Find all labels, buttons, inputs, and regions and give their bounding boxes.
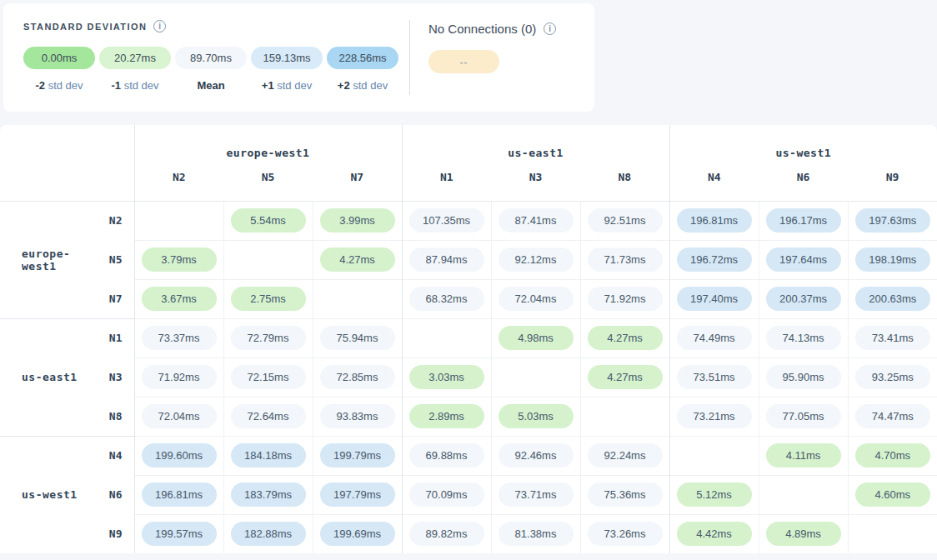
latency-pill[interactable]: 68.32ms	[409, 287, 484, 311]
latency-pill[interactable]: 200.63ms	[855, 287, 930, 311]
latency-pill[interactable]: 3.99ms	[320, 208, 395, 232]
latency-pill[interactable]: 3.67ms	[142, 287, 217, 311]
latency-cell: 197.63ms	[848, 201, 937, 240]
latency-pill[interactable]: 3.79ms	[142, 248, 217, 272]
self-cell	[580, 397, 669, 436]
latency-pill[interactable]: 93.25ms	[855, 365, 930, 389]
latency-cell: 68.32ms	[402, 279, 491, 318]
latency-pill[interactable]: 73.26ms	[588, 522, 663, 546]
latency-pill[interactable]: 196.72ms	[677, 248, 752, 272]
latency-cell: 199.69ms	[313, 514, 402, 553]
latency-cell: 4.27ms	[580, 318, 669, 358]
latency-pill[interactable]: 197.63ms	[855, 208, 930, 232]
latency-pill[interactable]: 72.15ms	[231, 365, 306, 389]
latency-cell: 92.46ms	[491, 436, 580, 475]
latency-pill[interactable]: 73.51ms	[677, 365, 752, 389]
latency-pill[interactable]: 182.88ms	[231, 522, 306, 546]
latency-pill[interactable]: 183.79ms	[231, 482, 306, 507]
latency-pill[interactable]: 73.37ms	[142, 326, 217, 350]
self-cell	[759, 475, 848, 514]
latency-pill[interactable]: 69.88ms	[409, 443, 484, 468]
latency-pill[interactable]: 199.79ms	[320, 443, 395, 468]
latency-pill[interactable]: 200.37ms	[766, 287, 841, 311]
latency-pill[interactable]: 74.47ms	[855, 404, 930, 428]
latency-pill[interactable]: 92.51ms	[588, 208, 663, 232]
latency-pill[interactable]: 73.41ms	[855, 326, 930, 350]
latency-pill[interactable]: 2.75ms	[231, 287, 306, 311]
latency-pill[interactable]: 3.03ms	[409, 365, 484, 389]
latency-pill[interactable]: 92.46ms	[499, 443, 574, 468]
latency-pill[interactable]: 75.36ms	[588, 482, 663, 507]
latency-pill[interactable]: 4.98ms	[499, 326, 574, 350]
latency-pill[interactable]: 87.94ms	[409, 248, 484, 272]
latency-pill[interactable]: 72.04ms	[499, 287, 574, 311]
latency-pill[interactable]: 4.11ms	[766, 443, 841, 468]
latency-pill[interactable]: 92.24ms	[588, 443, 663, 468]
latency-pill[interactable]: 2.89ms	[409, 404, 484, 428]
latency-pill[interactable]: 95.90ms	[766, 365, 841, 389]
latency-pill[interactable]: 197.40ms	[677, 287, 752, 311]
latency-pill[interactable]: 73.21ms	[677, 404, 752, 428]
row-node-label: N7	[83, 279, 134, 318]
latency-pill[interactable]: 92.12ms	[499, 248, 574, 272]
latency-pill[interactable]: 89.82ms	[409, 522, 484, 546]
latency-cell: 93.83ms	[313, 397, 402, 436]
legend-pill: 159.13ms	[251, 47, 323, 69]
latency-cell: 107.35ms	[402, 201, 491, 240]
latency-pill[interactable]: 72.85ms	[320, 365, 395, 389]
latency-pill[interactable]: 4.27ms	[588, 326, 663, 350]
latency-pill[interactable]: 71.92ms	[588, 287, 663, 311]
latency-pill[interactable]: 199.60ms	[142, 443, 217, 468]
latency-pill[interactable]: 5.03ms	[499, 404, 574, 428]
latency-pill[interactable]: 196.17ms	[766, 208, 841, 232]
matrix-row: us-west1N4199.60ms184.18ms199.79ms69.88m…	[0, 436, 937, 475]
latency-pill[interactable]: 198.19ms	[855, 248, 930, 272]
matrix-row: us-east1N173.37ms72.79ms75.94ms4.98ms4.2…	[0, 318, 937, 358]
latency-pill[interactable]: 71.92ms	[142, 365, 217, 389]
latency-pill[interactable]: 75.94ms	[320, 326, 395, 350]
latency-pill[interactable]: 4.60ms	[855, 482, 930, 507]
latency-cell: 72.04ms	[491, 279, 580, 318]
row-node-label: N2	[83, 201, 134, 240]
latency-pill[interactable]: 74.49ms	[677, 326, 752, 350]
latency-pill[interactable]: 74.13ms	[766, 326, 841, 350]
latency-pill[interactable]: 199.57ms	[142, 522, 217, 546]
std-dev-info-icon[interactable]: i	[153, 20, 166, 32]
latency-pill[interactable]: 4.27ms	[588, 365, 663, 389]
latency-pill[interactable]: 87.41ms	[499, 208, 574, 232]
latency-pill[interactable]: 5.54ms	[231, 208, 306, 232]
latency-pill[interactable]: 72.79ms	[231, 326, 306, 350]
latency-pill[interactable]: 4.27ms	[320, 248, 395, 272]
latency-pill[interactable]: 4.42ms	[677, 522, 752, 546]
latency-cell: 200.63ms	[848, 279, 937, 318]
latency-pill[interactable]: 5.12ms	[677, 482, 752, 507]
latency-cell: 196.81ms	[134, 475, 223, 514]
latency-cell: 197.79ms	[313, 475, 402, 514]
latency-pill[interactable]: 70.09ms	[409, 482, 484, 507]
latency-pill[interactable]: 81.38ms	[499, 522, 574, 546]
latency-pill[interactable]: 184.18ms	[231, 443, 306, 468]
latency-pill[interactable]: 71.73ms	[588, 248, 663, 272]
latency-pill[interactable]: 197.64ms	[766, 248, 841, 272]
latency-pill[interactable]: 197.79ms	[320, 482, 395, 507]
latency-cell: 81.38ms	[491, 514, 580, 553]
std-dev-legend: STANDARD DEVIATION i 0.00ms 20.27ms 89.7…	[23, 20, 398, 98]
latency-cell: 196.17ms	[759, 201, 848, 240]
latency-matrix-table: europe-west1 us-east1 us-west1 N2 N5 N7 …	[0, 125, 937, 553]
latency-pill[interactable]: 72.64ms	[231, 404, 306, 428]
latency-pill[interactable]: 199.69ms	[320, 522, 395, 546]
latency-pill[interactable]: 93.83ms	[320, 404, 395, 428]
no-connections-info-icon[interactable]: i	[544, 22, 556, 35]
latency-pill[interactable]: 4.70ms	[855, 443, 930, 468]
latency-pill[interactable]: 196.81ms	[677, 208, 752, 232]
latency-pill[interactable]: 196.81ms	[142, 482, 217, 507]
latency-pill[interactable]: 4.89ms	[766, 522, 841, 546]
latency-pill[interactable]: 72.04ms	[142, 404, 217, 428]
latency-cell: 73.37ms	[134, 318, 223, 358]
latency-pill[interactable]: 107.35ms	[409, 208, 484, 232]
latency-pill[interactable]: 73.71ms	[499, 482, 574, 507]
legend-label: -1 std dev	[99, 79, 171, 92]
row-node-label: N6	[83, 475, 134, 514]
latency-pill[interactable]: 77.05ms	[766, 404, 841, 428]
row-node-label: N8	[83, 397, 134, 436]
